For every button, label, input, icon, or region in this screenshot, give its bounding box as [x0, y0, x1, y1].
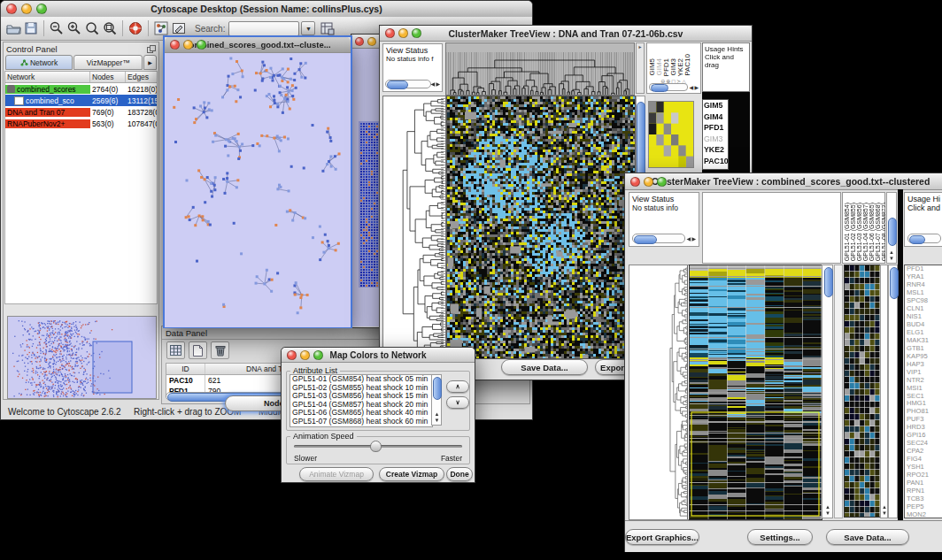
new-attribute-button[interactable] [189, 341, 207, 359]
animate-vizmap-button[interactable]: Animate Vizmap [299, 467, 374, 481]
scroll-up-arrow[interactable]: ▲ [825, 504, 830, 510]
gene-label[interactable]: KAP95 [905, 353, 942, 361]
tab-overflow-arrow[interactable]: ▶ [143, 55, 157, 70]
gene-label[interactable]: RNR4 [905, 281, 942, 289]
network-row[interactable]: DNA and Tran 07 769(0) 183728(0) [5, 106, 157, 118]
help-ring-icon[interactable] [127, 19, 144, 37]
network-row[interactable]: RNAPuberNov2+ 563(0) 107847(0) [5, 118, 157, 129]
gene-label[interactable]: RPN1 [905, 487, 942, 495]
scroll-left-arrow[interactable]: ◀ [689, 85, 693, 90]
gene-label[interactable]: PAN1 [905, 479, 942, 487]
save-icon[interactable] [22, 19, 40, 37]
treeview2-button[interactable]: Export Graphics... [625, 529, 699, 545]
treeview1-button[interactable]: Save Data... [501, 359, 588, 375]
network-view-titlebar[interactable]: combined_scores_good.txt--cluste... [165, 37, 351, 53]
attribute-list[interactable]: GPL51-01 (GSM854) heat shock 05 minGPL51… [290, 374, 433, 427]
gene-label[interactable]: FIG4 [905, 456, 942, 464]
gene-label[interactable]: CPA2 [905, 448, 942, 456]
treeview1-row-dendrogram[interactable] [382, 96, 446, 359]
network-overview[interactable] [7, 316, 157, 399]
treeview2-titlebar[interactable]: ClusterMaker TreeView : combined_scores_… [625, 173, 942, 190]
gene-label[interactable]: MON2 [905, 511, 942, 518]
scroll-right-arrow[interactable]: ▶ [691, 236, 696, 242]
scroll-right-arrow[interactable]: ▶ [436, 81, 440, 87]
gene-label[interactable]: VIP1 [905, 369, 942, 377]
zoom-out-icon[interactable] [48, 19, 66, 37]
scroll-down-arrow[interactable]: ▼ [889, 256, 894, 261]
attribute-list-vscrollbar[interactable]: ▲ ▼ [431, 374, 442, 426]
gene-label[interactable]: MSL1 [905, 289, 942, 297]
zoom-in-icon[interactable] [66, 19, 83, 37]
gene-label[interactable]: MSI1 [905, 385, 942, 393]
minimize-button[interactable] [21, 4, 32, 14]
main-titlebar[interactable]: Cytoscape Desktop (Session Name: collins… [1, 1, 532, 18]
network-row[interactable]: combined_scores 2764(0) 16218(0) [5, 83, 157, 95]
gene-label[interactable]: GPI16 [905, 432, 942, 440]
search-dropdown-arrow[interactable]: ▼ [301, 21, 315, 35]
minimize-button[interactable] [367, 37, 376, 46]
zoom-selected-icon[interactable] [101, 19, 119, 37]
tab-vizmapper[interactable]: VizMapper™ [73, 55, 143, 70]
minimize-button[interactable] [300, 350, 310, 360]
view-status-hscrollbar[interactable] [385, 80, 431, 88]
scroll-down-arrow[interactable]: ▼ [435, 418, 440, 423]
gene-label[interactable]: RPO21 [905, 472, 942, 479]
gene-label[interactable]: HAP3 [905, 361, 942, 369]
scroll-left-arrow[interactable]: ◀ [686, 236, 691, 242]
detail-hscrollbar[interactable] [649, 83, 688, 91]
create-vizmap-button[interactable]: Create Vizmap [379, 467, 444, 481]
minimize-button[interactable] [183, 40, 193, 50]
gene-label[interactable]: GTB1 [905, 345, 942, 353]
close-button[interactable] [170, 40, 180, 50]
done-button[interactable]: Done [446, 467, 473, 481]
treeview2-upper-vscrollbar[interactable]: ▲ ▼ [886, 192, 897, 264]
gene-label[interactable]: SEC1 [905, 393, 942, 401]
split-divider[interactable] [898, 189, 903, 520]
treeview1-titlebar[interactable]: ClusterMaker TreeView : DNA and Tran 07-… [380, 26, 752, 42]
treeview2-row-dendrogram[interactable] [629, 265, 690, 520]
treeview2-heatmap-vscrollbar[interactable]: ▲ ▼ [822, 265, 833, 518]
zoom-fit-icon[interactable] [83, 19, 101, 37]
zoom-button[interactable] [657, 177, 667, 187]
graph-view-icon[interactable] [152, 19, 170, 37]
minimize-button[interactable] [644, 177, 653, 187]
gene-label[interactable]: PHO81 [905, 408, 942, 416]
usage-hscrollbar[interactable] [907, 234, 941, 243]
gene-label[interactable]: PFD1 [905, 265, 942, 273]
treeview2-gene-list[interactable]: PFD1YRA1RNR4MSL1SPC98CLN1NIS1BUD4ELG1MAK… [904, 265, 942, 518]
treeview2-detail-heatmap[interactable] [844, 265, 881, 518]
close-button[interactable] [355, 37, 364, 46]
attribute-table-button[interactable] [166, 341, 185, 359]
treeview2-heatmap[interactable] [689, 265, 822, 520]
gene-label[interactable]: SPC98 [905, 297, 942, 305]
gene-label[interactable]: HRD3 [905, 424, 942, 432]
treeview1-heatmap[interactable] [446, 96, 636, 359]
gene-label[interactable]: HMG1 [905, 400, 942, 408]
gene-label[interactable]: SEC24 [905, 440, 942, 448]
open-folder-icon[interactable] [4, 19, 22, 37]
network-row[interactable]: combined_sco 2569(6) 13112(15) [5, 95, 157, 106]
scroll-up-arrow[interactable]: ▲ [882, 504, 887, 510]
close-button[interactable] [385, 28, 395, 38]
close-button[interactable] [630, 177, 640, 187]
gene-label[interactable]: PUF3 [905, 416, 942, 424]
move-down-button[interactable]: ∨ [446, 396, 469, 409]
splitter-strip[interactable]: ▸ [636, 42, 645, 94]
gene-label[interactable]: NTR2 [905, 377, 942, 385]
gene-label[interactable]: BUD4 [905, 321, 942, 329]
move-up-button[interactable]: ∧ [446, 380, 469, 393]
gene-label[interactable]: YRA1 [905, 273, 942, 281]
minimize-button[interactable] [398, 28, 408, 38]
treeview2-button[interactable]: Settings... [747, 529, 813, 545]
gene-label[interactable]: YSH1 [905, 464, 942, 472]
annotation-icon[interactable] [170, 19, 188, 37]
treeview1-column-dendrogram[interactable] [445, 42, 635, 96]
gene-label[interactable]: PEP5 [905, 503, 942, 511]
zoom-button[interactable] [197, 40, 206, 50]
speed-slider-thumb[interactable] [370, 441, 382, 452]
attribute-item[interactable]: GPL51-07 (GSM868) heat shock 60 min [290, 418, 432, 426]
treeview2-column-dendrogram[interactable] [702, 192, 841, 264]
treeview2-genelist-vscrollbar[interactable] [888, 265, 898, 518]
zoom-button[interactable] [36, 4, 47, 14]
tab-network[interactable]: Network [5, 55, 73, 70]
